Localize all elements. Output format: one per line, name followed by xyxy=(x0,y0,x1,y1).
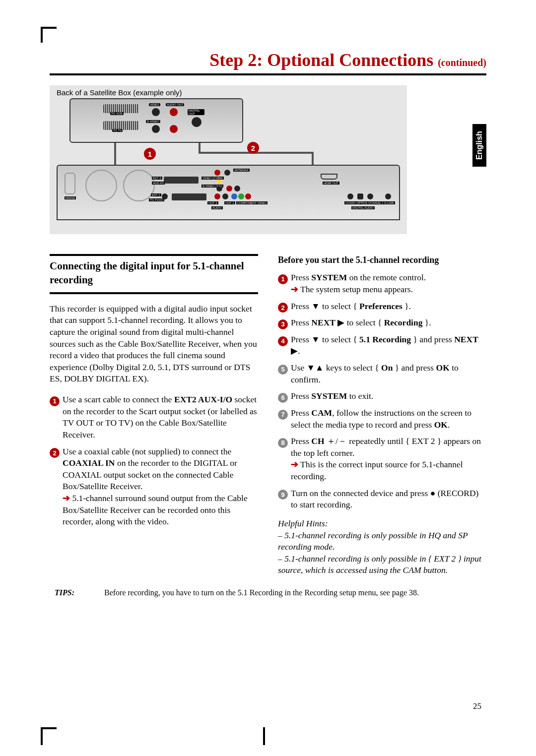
scart-port-icon xyxy=(164,177,199,184)
step-body: Press CH ＋/－ repeatedly until { EXT 2 } … xyxy=(291,436,486,483)
step-1: 1 Use a scart cable to connect the EXT2 … xyxy=(50,394,258,441)
callout-badge-2: 2 xyxy=(247,142,259,154)
text: Press xyxy=(291,391,311,401)
step-r3: 3 Press NEXT ▶ to select { Recording }. xyxy=(278,317,486,329)
port-label: DIGITAL AUDIO xyxy=(351,206,375,209)
step-number: 4 xyxy=(278,334,291,357)
bold-text: SYSTEM xyxy=(311,391,347,401)
bold-text: CAM xyxy=(311,408,332,418)
crop-mark xyxy=(41,27,43,43)
port-label: S-VIDEO (Y/C) xyxy=(201,185,223,188)
bold-text: OK xyxy=(436,363,450,373)
step-number: 3 xyxy=(278,317,291,329)
port-label: DIGITAL OUT xyxy=(188,109,204,115)
step-badge: 2 xyxy=(50,448,60,458)
port-label: ANTENNA xyxy=(233,169,250,172)
port-label: HDMI OUT xyxy=(323,182,339,185)
hint-item: – 5.1-channel recording is only possible… xyxy=(278,553,486,576)
port-icon xyxy=(234,186,240,191)
satellite-box-illustration: VIDEO AUDIO OUT TO VCR TO TV S-VIDEO DIG… xyxy=(69,98,243,143)
result-arrow-icon: ➔ xyxy=(291,284,298,294)
text: . xyxy=(298,346,300,356)
port-icon xyxy=(170,108,178,116)
text: Press xyxy=(291,272,311,282)
step-body: Press ▼ to select { Preferences }. xyxy=(291,301,411,313)
port-label: AUDIO xyxy=(211,206,223,209)
step-r5: 5 Use ▼▲ keys to select { On } and press… xyxy=(278,362,486,385)
step-r1: 1 Press SYSTEM on the remote control. ➔ … xyxy=(278,272,486,295)
diagram-caption: Back of a Satellite Box (example only) xyxy=(57,88,182,97)
cable-line xyxy=(114,143,116,165)
page-title: Step 2: Optional Connections xyxy=(209,50,438,70)
step-badge: 1 xyxy=(50,396,60,406)
port-icon xyxy=(214,193,220,199)
hints-heading: Helpful Hints: xyxy=(278,518,486,530)
port-label: OUT 2 xyxy=(207,201,218,204)
port-icon xyxy=(238,193,244,199)
mains-socket-icon xyxy=(65,173,75,194)
right-column: Before you start the 5.1-channel recordi… xyxy=(278,254,486,576)
step-body: Use a coaxial cable (not supplied) to co… xyxy=(63,446,258,528)
bold-text: OK xyxy=(434,420,448,430)
section-heading-rule: Connecting the digital input for 5.1-cha… xyxy=(50,254,258,294)
step-body: Press ▼ to select { 5.1 Recording } and … xyxy=(291,334,486,357)
text: Press xyxy=(291,301,311,311)
text: to select { xyxy=(344,317,384,327)
left-column: Connecting the digital input for 5.1-cha… xyxy=(50,254,258,576)
text: Use a scart cable to connect the xyxy=(63,394,174,404)
bold-text: NEXT xyxy=(311,317,335,327)
step-r4: 4 Press ▼ to select { 5.1 Recording } an… xyxy=(278,334,486,357)
port-icon xyxy=(231,193,237,199)
text: . xyxy=(448,420,450,430)
record-dot-icon: ● xyxy=(430,488,436,498)
port-label: AUDIO OUT xyxy=(166,103,184,106)
crop-mark xyxy=(41,727,57,729)
bold-text: On xyxy=(381,363,393,373)
fan-icon xyxy=(85,170,117,201)
step-2: 2 Use a coaxial cable (not supplied) to … xyxy=(50,446,258,528)
text: Press xyxy=(291,317,311,327)
intro-paragraph: This recorder is equipped with a digital… xyxy=(50,303,258,385)
port-label: VIDEO (CVBS) xyxy=(201,177,224,180)
step-badge: 3 xyxy=(278,319,288,329)
minus-icon: － xyxy=(338,436,347,446)
step-body: Press CAM, follow the instructions on th… xyxy=(291,407,486,431)
language-tab: English xyxy=(472,124,486,167)
port-label: G-LINK xyxy=(383,201,395,204)
port-icon xyxy=(385,193,391,199)
result-arrow-icon: ➔ xyxy=(291,459,298,469)
port-label: EXT 2 xyxy=(152,177,162,180)
section-heading: Connecting the digital input for 5.1-cha… xyxy=(50,259,258,287)
bold-text: CH xyxy=(311,436,327,446)
text: } and press xyxy=(411,334,454,344)
result-text: The system setup menu appears. xyxy=(300,284,413,294)
port-icon xyxy=(152,125,160,133)
step-number: 1 xyxy=(50,394,63,441)
port-icon xyxy=(214,170,220,176)
bold-text: EXT2 AUX-I/O xyxy=(174,394,232,404)
port-label: COMPONENT VIDEO xyxy=(236,201,268,204)
text: to exit. xyxy=(347,391,373,401)
bold-text: Recording xyxy=(384,317,423,327)
step-r7: 7 Press CAM, follow the instructions on … xyxy=(278,407,486,431)
step-number: 8 xyxy=(278,436,291,483)
step-badge: 7 xyxy=(278,410,288,420)
callout-badge-1: 1 xyxy=(144,148,156,160)
step-badge: 1 xyxy=(278,274,288,284)
port-label: TO TV-I/O xyxy=(149,198,164,201)
hdmi-port-icon xyxy=(321,174,337,180)
text: on the remote control. xyxy=(347,272,426,282)
step-badge: 2 xyxy=(278,303,288,313)
step-r2: 2 Press ▼ to select { Preferences }. xyxy=(278,301,486,313)
port-icon xyxy=(224,170,230,176)
port-icon xyxy=(226,186,232,191)
port-label: EXT 1 xyxy=(151,193,161,196)
step-body: Use a scart cable to connect the EXT2 AU… xyxy=(63,394,258,441)
recorder-back-illustration: MAINS EXT 2 AUX-I/O EXT 1 TO TV-I/O ANTE… xyxy=(57,165,400,220)
tips-footer: TIPS: Before recording, you have to turn… xyxy=(50,588,486,597)
port-icon xyxy=(357,193,363,199)
step-badge: 5 xyxy=(278,365,288,375)
page-number: 25 xyxy=(473,701,481,711)
step-body: Use ▼▲ keys to select { On } and press O… xyxy=(291,362,486,385)
port-icon xyxy=(347,193,353,199)
